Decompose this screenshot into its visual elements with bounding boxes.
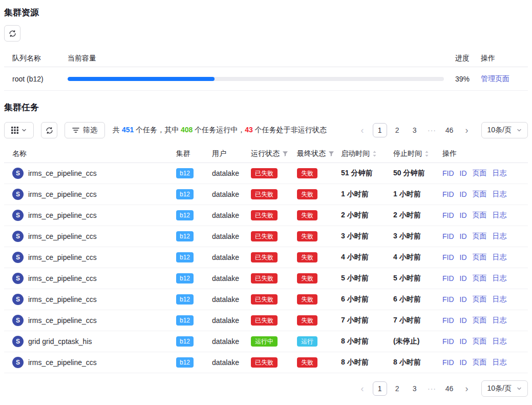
pagination-prev-icon[interactable]: ‹ [355,381,370,396]
filter-funnel-icon[interactable] [282,151,288,157]
capacity-progress-bar [68,77,444,81]
stop-time: 6 小时前 [393,295,442,304]
fid-link[interactable]: FID [442,295,454,303]
queue-name: root (b12) [4,75,68,83]
chevron-down-icon [517,128,522,133]
task-avatar: S [12,357,24,368]
run-status-tag: 运行中 [251,336,278,347]
page-link[interactable]: 页面 [473,274,487,283]
stop-time: 3 小时前 [393,232,442,241]
column-settings-button[interactable] [4,122,34,138]
id-link[interactable]: ID [460,253,467,261]
page-link[interactable]: 页面 [473,316,487,325]
log-link[interactable]: 日志 [493,190,507,199]
cluster-resources-section: 集群资源 队列名称 当前容量 进度 操作 [4,7,528,91]
page-size-select[interactable]: 10条/页 [481,122,528,138]
fid-link[interactable]: FID [442,316,454,325]
table-row: S irms_ce_pipeline_ccs b12 datalake 已失败 … [4,205,528,226]
pagination-next-icon[interactable]: › [460,381,474,396]
pagination-page-46[interactable]: 46 [442,381,457,396]
final-status-tag: 失败 [297,315,317,326]
pagination-prev-icon[interactable]: ‹ [355,123,370,137]
table-row: S irms_ce_pipeline_ccs b12 datalake 已失败 … [4,352,528,373]
id-link[interactable]: ID [460,211,467,219]
header-run-status: 运行状态 [251,149,280,158]
log-link[interactable]: 日志 [493,253,507,262]
table-row: S irms_ce_pipeline_ccs b12 datalake 已失败 … [4,268,528,289]
pagination-page-2[interactable]: 2 [390,123,405,137]
fid-link[interactable]: FID [442,358,454,367]
pagination-ellipsis[interactable]: ··· [425,381,439,396]
log-link[interactable]: 日志 [493,295,507,304]
tasks-refresh-button[interactable] [41,122,57,138]
fid-link[interactable]: FID [442,190,454,198]
id-link[interactable]: ID [460,358,467,367]
fid-link[interactable]: FID [442,211,454,219]
start-time: 4 小时前 [341,253,393,262]
page-link[interactable]: 页面 [473,358,487,367]
filter-button[interactable]: 筛选 [65,122,105,138]
cluster-tag: b12 [176,168,194,178]
header-start-time: 启动时间 [341,149,370,158]
manage-page-link[interactable]: 管理页面 [481,74,509,83]
log-link[interactable]: 日志 [493,232,507,241]
tasks-summary: 共 451 个任务，其中 408 个任务运行中，43 个任务处于非运行状态 [112,126,348,135]
task-name: irms_ce_pipeline_ccs [28,316,97,325]
id-link[interactable]: ID [460,316,467,325]
pagination-page-3[interactable]: 3 [408,123,422,137]
user-name: datalake [212,316,251,325]
page-link[interactable]: 页面 [473,232,487,241]
fid-link[interactable]: FID [442,274,454,282]
page-link[interactable]: 页面 [473,169,487,178]
page-link[interactable]: 页面 [473,211,487,220]
stop-time: 5 小时前 [393,274,442,283]
page-link[interactable]: 页面 [473,295,487,304]
sorter-icon[interactable] [372,150,377,157]
log-link[interactable]: 日志 [493,337,507,346]
sorter-icon[interactable] [424,150,429,157]
page-link[interactable]: 页面 [473,190,487,199]
pagination-page-46[interactable]: 46 [442,123,457,137]
pagination-next-icon[interactable]: › [460,123,474,137]
page-link[interactable]: 页面 [473,337,487,346]
stop-time: 2 小时前 [393,211,442,220]
cluster-tag: b12 [176,210,194,220]
id-link[interactable]: ID [460,274,467,282]
user-name: datalake [212,295,251,303]
fid-link[interactable]: FID [442,169,454,177]
id-link[interactable]: ID [460,169,467,177]
filter-funnel-icon[interactable] [328,151,334,157]
user-name: datalake [212,190,251,198]
resources-refresh-button[interactable] [4,25,20,42]
pagination-ellipsis[interactable]: ··· [425,123,439,137]
log-link[interactable]: 日志 [493,274,507,283]
summary-text: 个任务处于非运行状态 [253,126,327,134]
pagination-page-2[interactable]: 2 [390,381,405,396]
header-progress: 进度 [455,54,481,63]
log-link[interactable]: 日志 [493,169,507,178]
log-link[interactable]: 日志 [493,211,507,220]
task-avatar: S [12,231,24,242]
fid-link[interactable]: FID [442,232,454,240]
start-time: 51 分钟前 [341,169,393,178]
id-link[interactable]: ID [460,295,467,303]
fid-link[interactable]: FID [442,253,454,261]
log-link[interactable]: 日志 [493,316,507,325]
pagination-page-1[interactable]: 1 [373,381,387,396]
id-link[interactable]: ID [460,232,467,240]
id-link[interactable]: ID [460,337,467,346]
pagination-page-3[interactable]: 3 [408,381,422,396]
page-size-value: 10条/页 [487,384,512,393]
start-time: 6 小时前 [341,295,393,304]
run-status-tag: 已失败 [251,231,278,241]
page-size-select[interactable]: 10条/页 [481,380,528,397]
header-name: 名称 [4,149,176,158]
nonrunning-count: 43 [245,126,253,134]
fid-link[interactable]: FID [442,337,454,346]
id-link[interactable]: ID [460,190,467,198]
tasks-bottom-bar: ‹ 1 2 3 ··· 46 › 10条/页 [4,380,528,397]
tasks-table-header: 名称 集群 用户 运行状态 最终状态 启动时间 [4,145,528,163]
page-link[interactable]: 页面 [473,253,487,262]
log-link[interactable]: 日志 [493,358,507,367]
pagination-page-1[interactable]: 1 [373,123,387,137]
